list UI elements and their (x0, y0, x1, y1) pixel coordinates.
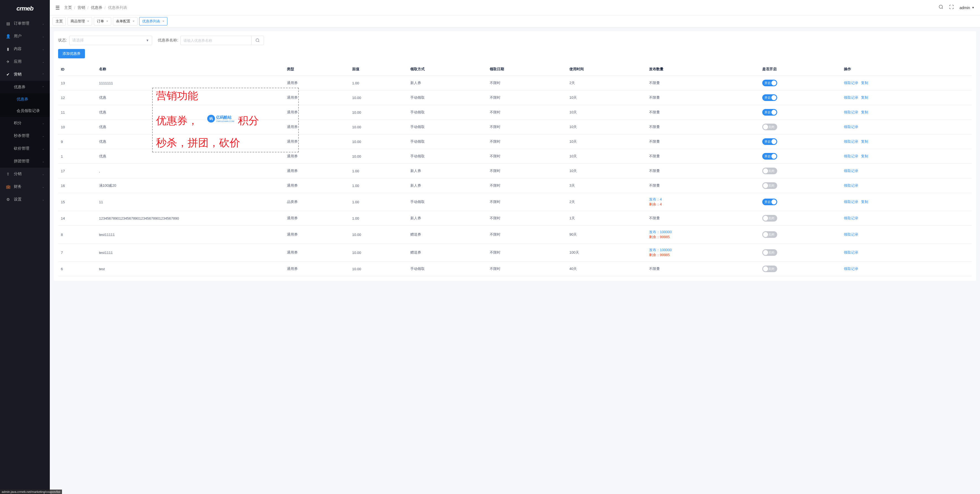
tab[interactable]: 主页 (52, 17, 66, 25)
sidebar-subitem[interactable]: 砍价管理⌄ (0, 142, 50, 155)
record-link[interactable]: 领取记录 (844, 216, 858, 220)
search-icon[interactable] (939, 5, 943, 11)
sidebar-sub-subitem[interactable]: 优惠券 (0, 94, 50, 105)
record-link[interactable]: 领取记录 (844, 140, 858, 143)
record-link[interactable]: 领取记录 (844, 125, 858, 129)
copy-link[interactable]: 复制 (861, 140, 868, 143)
switch-knob (772, 110, 776, 115)
table-cell: 3天 (566, 178, 646, 193)
table-row: 131111111通用券1.00新人券不限时2天不限量开启领取记录复制 (58, 76, 972, 91)
enable-switch[interactable]: 关闭 (762, 168, 777, 174)
sidebar-subitem[interactable]: 积分⌄ (0, 117, 50, 129)
fullscreen-icon[interactable] (949, 5, 954, 11)
enable-switch[interactable]: 开启 (762, 79, 777, 86)
table-cell: 1.00 (350, 164, 407, 178)
sidebar-item[interactable]: ▤订单管理⌄ (0, 17, 50, 30)
quantity-cell: 不限量 (646, 120, 759, 134)
copy-link[interactable]: 复制 (861, 81, 868, 85)
table-cell: 10.00 (350, 226, 407, 244)
sidebar-subitem-label: 积分 (14, 121, 22, 125)
operation-cell: 领取记录 (841, 164, 972, 178)
enable-switch[interactable]: 关闭 (762, 249, 777, 256)
enable-switch[interactable]: 关闭 (762, 124, 777, 130)
enable-switch[interactable]: 开启 (762, 138, 777, 145)
sidebar-item[interactable]: 💼财务⌄ (0, 180, 50, 193)
operation-cell: 领取记录复制 (841, 134, 972, 149)
record-link[interactable]: 领取记录 (844, 250, 858, 254)
record-link[interactable]: 领取记录 (844, 232, 858, 237)
copy-link[interactable]: 复制 (861, 95, 868, 100)
table-cell: 通用券 (284, 149, 350, 164)
switch-knob (763, 216, 768, 221)
switch-label: 关闭 (768, 267, 775, 271)
quantity-cell: 不限量 (646, 149, 759, 164)
sidebar-item[interactable]: ⚙设置⌄ (0, 193, 50, 206)
sidebar-subitem[interactable]: 秒杀管理⌄ (0, 129, 50, 142)
record-link[interactable]: 领取记录 (844, 169, 858, 173)
username: admin (959, 6, 970, 10)
sidebar-item[interactable]: ✔营销⌄ (0, 68, 50, 81)
table-cell: 1天 (566, 211, 646, 226)
enable-switch[interactable]: 关闭 (762, 265, 777, 272)
breadcrumb-item[interactable]: 营销 (78, 5, 85, 10)
record-link[interactable]: 领取记录 (844, 81, 858, 85)
search-button[interactable] (251, 36, 264, 45)
switch-knob (772, 154, 776, 159)
add-coupon-button[interactable]: 添加优惠券 (58, 49, 85, 58)
table-row: 6test通用券10.00手动领取不限时40天不限量关闭领取记录 (58, 262, 972, 276)
tab[interactable]: 优惠券列表× (139, 17, 167, 25)
name-input[interactable] (180, 36, 251, 45)
tab[interactable]: 表单配置× (113, 17, 137, 25)
close-icon[interactable]: × (162, 19, 164, 23)
switch-cell: 开启 (759, 193, 842, 211)
enable-switch[interactable]: 开启 (762, 153, 777, 160)
copy-link[interactable]: 复制 (861, 110, 868, 114)
table-cell: 不限时 (487, 120, 566, 134)
enable-switch[interactable]: 开启 (762, 109, 777, 116)
table-cell: 优惠 (96, 91, 284, 105)
hamburger-icon[interactable]: ☰ (55, 5, 60, 11)
record-link[interactable]: 领取记录 (844, 110, 858, 114)
table-row: 11优惠通用券10.00手动领取不限时10天不限量开启领取记录复制 (58, 105, 972, 120)
tab[interactable]: 商品管理× (67, 17, 92, 25)
record-link[interactable]: 领取记录 (844, 183, 858, 187)
sidebar-subitem[interactable]: 拼团管理⌄ (0, 155, 50, 168)
sidebar-item[interactable]: ▮内容⌄ (0, 43, 50, 55)
close-icon[interactable]: × (106, 19, 108, 23)
record-link[interactable]: 领取记录 (844, 267, 858, 271)
table-cell: 不限时 (487, 262, 566, 276)
enable-switch[interactable]: 关闭 (762, 231, 777, 238)
close-icon[interactable]: × (87, 19, 89, 23)
record-link[interactable]: 领取记录 (844, 154, 858, 158)
tab-bar: 主页商品管理×订单×表单配置×优惠券列表× (50, 16, 980, 27)
tab-label: 表单配置 (116, 19, 130, 24)
breadcrumb-item[interactable]: 主页 (64, 5, 72, 10)
sidebar-subitem-label: 拼团管理 (14, 159, 29, 164)
sidebar-item[interactable]: ⇧分销⌄ (0, 168, 50, 180)
sidebar-item-label: 营销 (14, 72, 42, 77)
record-link[interactable]: 领取记录 (844, 200, 858, 204)
copy-link[interactable]: 复制 (861, 154, 868, 158)
switch-label: 开启 (764, 200, 770, 204)
tab[interactable]: 订单× (94, 17, 111, 25)
enable-switch[interactable]: 开启 (762, 94, 777, 101)
enable-switch[interactable]: 关闭 (762, 182, 777, 189)
breadcrumb-item[interactable]: 优惠券 (91, 5, 102, 10)
record-link[interactable]: 领取记录 (844, 95, 858, 100)
table-cell: 不限时 (487, 91, 566, 105)
table-cell: 优惠 (96, 120, 284, 134)
sidebar-sub-subitem[interactable]: 会员领取记录 (0, 105, 50, 117)
user-menu[interactable]: admin ▼ (959, 6, 974, 10)
switch-knob (763, 168, 768, 173)
table-row: 12优惠通用券10.00手动领取不限时10天不限量开启领取记录复制 (58, 91, 972, 105)
table-cell: 1234567890123456789012345678901234567890 (96, 211, 284, 226)
sidebar-subitem[interactable]: 优惠券⌄ (0, 81, 50, 94)
check-icon: ✔ (6, 72, 11, 76)
copy-link[interactable]: 复制 (861, 200, 868, 204)
sidebar-item[interactable]: 👤用户⌄ (0, 30, 50, 43)
enable-switch[interactable]: 开启 (762, 199, 777, 205)
enable-switch[interactable]: 关闭 (762, 215, 777, 222)
status-select[interactable]: 请选择 ▼ (69, 36, 152, 45)
close-icon[interactable]: × (132, 19, 134, 23)
sidebar-item[interactable]: ✈应用⌄ (0, 55, 50, 68)
